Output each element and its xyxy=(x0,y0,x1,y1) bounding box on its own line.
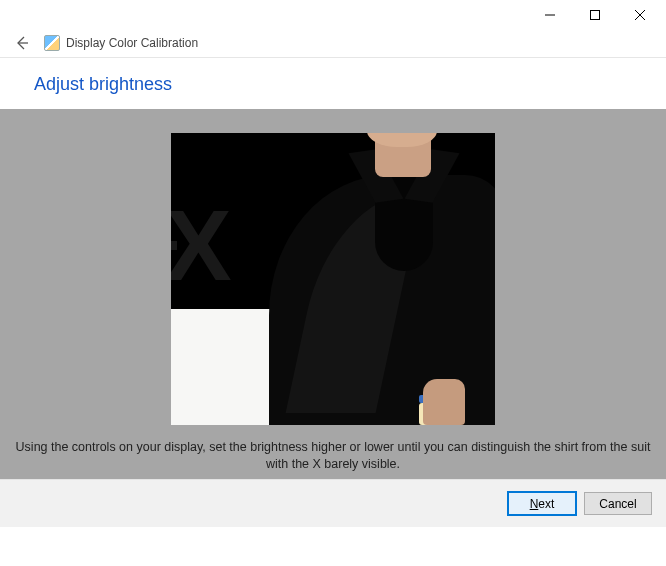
x-mark: X xyxy=(171,195,226,295)
instruction-text: Using the controls on your display, set … xyxy=(0,439,666,473)
back-button[interactable] xyxy=(10,31,34,55)
close-button[interactable] xyxy=(617,1,662,29)
hand xyxy=(423,379,465,425)
header-bar: Display Color Calibration xyxy=(0,30,666,58)
next-button[interactable]: Next xyxy=(508,492,576,515)
cancel-button[interactable]: Cancel xyxy=(584,492,652,515)
calibration-stage: X Using the controls on your display, se… xyxy=(0,109,666,479)
page-heading: Adjust brightness xyxy=(0,58,666,109)
window-titlebar xyxy=(0,0,666,30)
app-icon xyxy=(44,35,60,51)
window-title: Display Color Calibration xyxy=(66,36,198,50)
reference-image: X xyxy=(171,133,495,425)
maximize-button[interactable] xyxy=(572,1,617,29)
footer-bar: Next Cancel xyxy=(0,479,666,527)
minimize-button[interactable] xyxy=(527,1,572,29)
svg-rect-1 xyxy=(590,11,599,20)
